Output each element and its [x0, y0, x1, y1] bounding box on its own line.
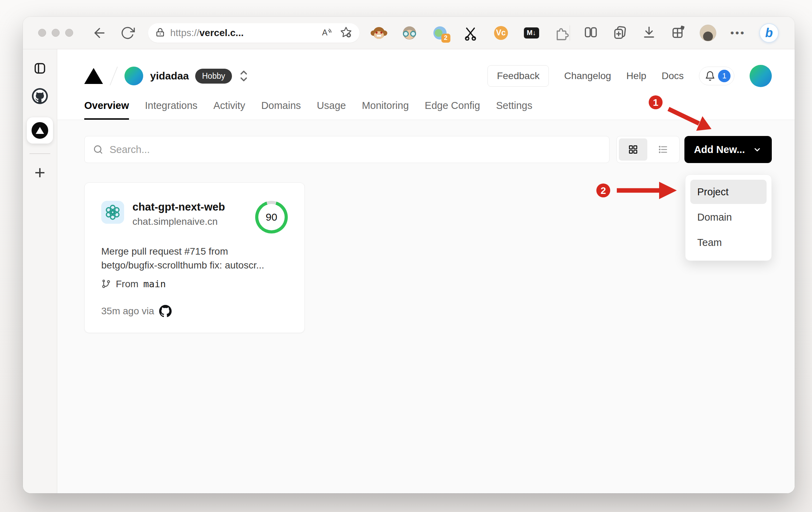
- dropdown-item-project[interactable]: Project: [690, 180, 767, 204]
- team-switcher-icon[interactable]: [237, 68, 250, 84]
- github-icon: [159, 305, 172, 317]
- grid-view-icon: [628, 144, 639, 155]
- dropdown-item-team[interactable]: Team: [690, 230, 767, 255]
- split-screen-icon[interactable]: [583, 25, 598, 41]
- user-avatar[interactable]: [750, 65, 772, 87]
- tab-edge-config[interactable]: Edge Config: [425, 100, 480, 120]
- vercel-logo[interactable]: [84, 68, 103, 84]
- back-icon[interactable]: [92, 25, 107, 41]
- browser-action-icons: ••• b: [573, 23, 779, 43]
- collections-icon[interactable]: [612, 25, 628, 41]
- team-name[interactable]: yidadaa: [150, 70, 189, 82]
- read-aloud-icon[interactable]: A: [321, 27, 333, 39]
- browser-profile-avatar[interactable]: [700, 25, 716, 41]
- bell-icon: [705, 71, 715, 81]
- chevron-down-icon: [752, 144, 762, 155]
- browser-essentials-icon[interactable]: [671, 25, 686, 41]
- add-new-button[interactable]: Add New...: [684, 136, 772, 163]
- bing-chat-icon[interactable]: b: [759, 23, 779, 43]
- score-value: 90: [258, 204, 285, 230]
- changelog-link[interactable]: Changelog: [564, 70, 611, 82]
- add-new-dropdown: Project Domain Team: [685, 174, 772, 261]
- lock-icon: [156, 28, 165, 38]
- search-icon: [93, 144, 103, 155]
- team-avatar[interactable]: [124, 67, 143, 85]
- docs-link[interactable]: Docs: [662, 70, 684, 82]
- tab-settings[interactable]: Settings: [496, 100, 533, 120]
- translate-badge: 2: [441, 34, 450, 43]
- browser-window: https://vercel.c... A: [23, 17, 795, 493]
- tabstrip-divider: [29, 153, 50, 154]
- dashboard-nav: Overview Integrations Activity Domains U…: [84, 100, 772, 120]
- github-tab-favicon[interactable]: [32, 88, 48, 104]
- project-openai-icon: [101, 201, 124, 224]
- toolbar-divider: [570, 25, 570, 41]
- notification-count-badge: 1: [718, 70, 731, 82]
- close-window-button[interactable]: [38, 29, 46, 37]
- tab-domains[interactable]: Domains: [261, 100, 301, 120]
- vertical-tab-strip: +: [23, 49, 57, 493]
- view-toggle: [616, 136, 680, 163]
- tab-usage[interactable]: Usage: [317, 100, 346, 120]
- tab-actions-icon[interactable]: [33, 62, 46, 75]
- svg-text:A: A: [322, 28, 328, 37]
- url-text: https://vercel.c...: [170, 27, 244, 39]
- extension-icons: 2 Vc M↓: [371, 25, 570, 41]
- list-view-icon: [657, 144, 668, 155]
- score-ring[interactable]: 90: [255, 201, 288, 233]
- commit-message: Merge pull request #715 from betgo/bugfi…: [101, 245, 288, 272]
- new-tab-button[interactable]: +: [34, 163, 45, 182]
- feedback-button[interactable]: Feedback: [487, 65, 549, 87]
- more-menu-icon[interactable]: •••: [730, 27, 745, 39]
- project-search: [84, 136, 610, 163]
- project-card[interactable]: chat-gpt-next-web chat.simplenaive.cn 90…: [84, 182, 305, 333]
- tab-monitoring[interactable]: Monitoring: [362, 100, 409, 120]
- translate-extension-icon[interactable]: 2: [432, 25, 448, 41]
- vc-extension-icon[interactable]: Vc: [493, 25, 509, 41]
- project-name[interactable]: chat-gpt-next-web: [132, 201, 225, 213]
- browser-toolbar: https://vercel.c... A: [23, 17, 795, 49]
- branch-name[interactable]: main: [143, 279, 166, 289]
- vercel-favicon: [32, 122, 48, 139]
- markdown-download-extension-icon[interactable]: M↓: [524, 25, 539, 41]
- plan-badge: Hobby: [195, 69, 232, 84]
- branch-from-label: From: [116, 279, 138, 290]
- dropdown-item-domain[interactable]: Domain: [690, 205, 767, 229]
- dashboard-content: Add New... Project Domain Team: [57, 120, 795, 493]
- grid-view-button[interactable]: [619, 138, 647, 161]
- vercel-tab-active[interactable]: [27, 117, 53, 144]
- tab-activity[interactable]: Activity: [214, 100, 245, 120]
- tab-overview[interactable]: Overview: [84, 100, 129, 120]
- vercel-header: yidadaa Hobby Feedback Changelog Help Do…: [57, 49, 795, 120]
- scissors-extension-icon[interactable]: [463, 25, 478, 41]
- breadcrumb-slash: [110, 67, 118, 86]
- tampermonkey-extension-icon[interactable]: [371, 25, 387, 41]
- search-input[interactable]: [110, 144, 601, 155]
- vercel-page: yidadaa Hobby Feedback Changelog Help Do…: [57, 49, 795, 493]
- extensions-puzzle-icon[interactable]: [554, 25, 570, 41]
- refresh-icon[interactable]: [120, 26, 135, 40]
- help-link[interactable]: Help: [627, 70, 647, 82]
- deploy-meta: 35m ago via: [101, 306, 154, 317]
- minimize-window-button[interactable]: [52, 29, 60, 37]
- maximize-window-button[interactable]: [65, 29, 73, 37]
- notifications-button[interactable]: 1: [699, 67, 734, 85]
- list-view-button[interactable]: [649, 138, 677, 161]
- address-bar[interactable]: https://vercel.c... A: [148, 23, 360, 43]
- granny-extension-icon[interactable]: [402, 25, 417, 41]
- favorite-star-icon[interactable]: [340, 26, 352, 40]
- project-domain[interactable]: chat.simplenaive.cn: [132, 216, 225, 227]
- download-icon[interactable]: [641, 25, 657, 41]
- window-controls: [38, 29, 73, 37]
- tab-integrations[interactable]: Integrations: [145, 100, 198, 120]
- git-branch-icon: [101, 279, 111, 289]
